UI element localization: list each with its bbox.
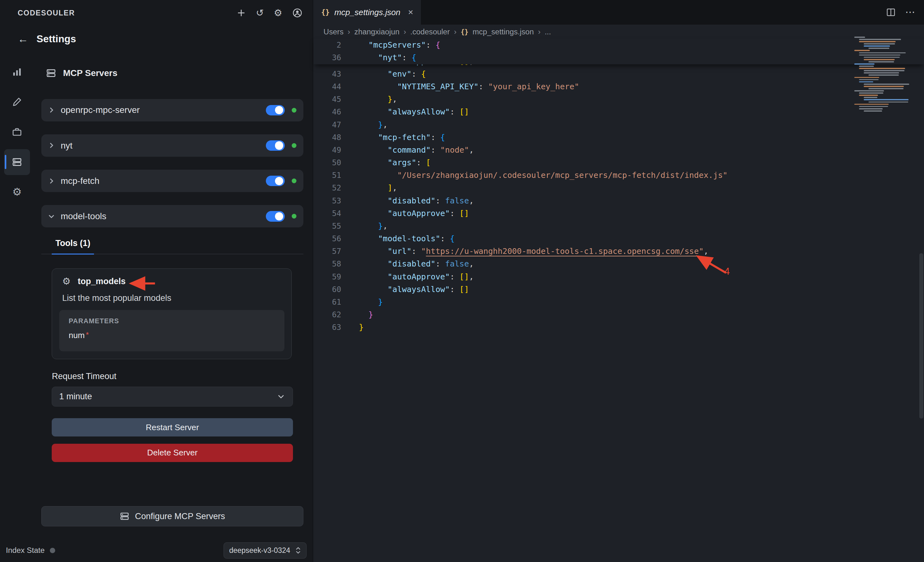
server-row-mcp-fetch[interactable]: mcp-fetch (41, 170, 304, 192)
server-row-model-tools[interactable]: model-tools (41, 205, 304, 227)
code-line[interactable]: 58 "disabled": false, (314, 258, 924, 270)
rail-item-rules[interactable] (4, 89, 30, 115)
json-file-icon: {} (461, 28, 469, 36)
sidebar: CODESOULER ↺ ⚙ ← Settings (0, 0, 313, 562)
breadcrumb-item[interactable]: ... (544, 27, 551, 36)
server-row-nyt[interactable]: nyt (41, 134, 304, 157)
code-text: "url": "https://u-wanghh2000-model-tools… (359, 245, 708, 258)
code-line[interactable]: 59 "autoApprove": [], (314, 271, 924, 283)
tools-tab-bar: Tools (1) (41, 238, 304, 254)
code-line[interactable]: 55 }, (314, 220, 924, 232)
line-number: 63 (314, 321, 341, 334)
breadcrumb: Users›zhangxiaojun›.codesouler›{}mcp_set… (314, 25, 924, 39)
line-number: 50 (314, 156, 341, 169)
server-row-openrpc[interactable]: openrpc-mpc-server (41, 99, 304, 121)
server-name: openrpc-mpc-server (60, 105, 140, 115)
minimap-line (859, 108, 883, 109)
code-line[interactable]: 48 "mcp-fetch": { (314, 131, 924, 144)
tab-mcp-settings[interactable]: {} mcp_settings.json × (314, 0, 421, 25)
minimap-line (854, 50, 870, 51)
code-line[interactable]: 43 "env": { (314, 68, 924, 81)
minimap-line (864, 86, 904, 87)
code-line[interactable]: 62 } (314, 309, 924, 321)
history-icon[interactable]: ↺ (256, 8, 264, 18)
code-line[interactable]: 53 "disabled": false, (314, 195, 924, 207)
back-arrow-icon[interactable]: ← (18, 33, 28, 45)
code-text: ], (359, 182, 397, 194)
model-name: deepseek-v3-0324 (229, 546, 290, 555)
close-icon[interactable]: × (408, 7, 413, 17)
chevron-right-icon[interactable] (47, 141, 56, 150)
line-number: 45 (314, 93, 341, 106)
breadcrumb-item[interactable]: mcp_settings.json (473, 27, 534, 36)
configure-mcp-servers-button[interactable]: Configure MCP Servers (41, 506, 304, 526)
gear-icon[interactable]: ⚙ (274, 8, 282, 18)
rail-item-workspace[interactable] (4, 119, 30, 145)
server-toggle[interactable] (266, 105, 285, 116)
code-text: "mcpServers": { (359, 39, 440, 51)
more-actions-icon[interactable]: ⋯ (905, 7, 915, 17)
model-selector[interactable]: deepseek-v3-0324 (224, 543, 306, 559)
code-line[interactable]: 36 "nyt": { (314, 51, 924, 64)
chevron-right-icon[interactable] (47, 106, 56, 114)
chevron-right-icon[interactable] (47, 177, 56, 186)
minimap-line (854, 90, 884, 91)
code-line[interactable]: 52 ], (314, 182, 924, 194)
code-line[interactable]: 47 }, (314, 118, 924, 131)
rail-item-mcp-servers[interactable] (4, 149, 30, 175)
tool-card-header: ⚙ top_models (59, 276, 285, 286)
code-line[interactable]: 63} (314, 321, 924, 334)
brand-title: CODESOULER (18, 9, 75, 17)
rail-item-usage[interactable] (4, 59, 30, 85)
server-name: mcp-fetch (60, 176, 99, 186)
server-toggle[interactable] (266, 140, 285, 151)
code-line[interactable]: 54 "autoApprove": [] (314, 207, 924, 220)
code-text: "autoApprove": [] (359, 207, 469, 220)
server-toggle[interactable] (266, 176, 285, 186)
code-line[interactable]: 2 "mcpServers": { (314, 39, 924, 51)
minimap-line (864, 70, 904, 71)
delete-server-button[interactable]: Delete Server (52, 444, 292, 462)
line-number: 52 (314, 182, 341, 194)
code-line[interactable]: 56 "model-tools": { (314, 232, 924, 245)
rail-item-settings[interactable]: ⚙ (4, 179, 30, 205)
code-line[interactable]: 60 "alwaysAllow": [] (314, 283, 924, 296)
code-text: "alwaysAllow": [] (359, 283, 469, 296)
line-number: 36 (314, 51, 341, 64)
restart-server-button[interactable]: Restart Server (52, 418, 292, 436)
new-chat-icon[interactable] (237, 8, 246, 18)
code-text: } (359, 309, 374, 321)
server-toggle[interactable] (266, 211, 285, 222)
code-line[interactable]: 45 }, (314, 93, 924, 106)
code-text: "nyt": { (359, 51, 416, 64)
code-line[interactable]: 49 "command": "node", (314, 144, 924, 156)
code-text: "autoApprove": [], (359, 64, 474, 68)
settings-header: ← Settings (18, 33, 76, 45)
breadcrumb-item[interactable]: .codesouler (410, 27, 450, 36)
timeout-select[interactable]: 1 minute (52, 387, 292, 407)
account-icon[interactable] (292, 8, 302, 18)
breadcrumb-item[interactable]: zhangxiaojun (354, 27, 399, 36)
code-line[interactable]: 46 "alwaysAllow": [] (314, 106, 924, 118)
code-line[interactable]: "autoApprove": [], (314, 64, 924, 68)
code-line[interactable]: 50 "args": [ (314, 156, 924, 169)
code-line[interactable]: 61 } (314, 296, 924, 309)
split-editor-icon[interactable] (886, 7, 896, 17)
editor-scrollbar[interactable] (919, 253, 923, 418)
server-status-dot (292, 214, 296, 219)
tab-tools[interactable]: Tools (1) (52, 238, 94, 255)
minimap[interactable] (852, 37, 917, 112)
sidebar-header-actions: ↺ ⚙ (237, 8, 302, 18)
chevron-down-icon[interactable] (47, 212, 56, 221)
code-line[interactable]: 44 "NYTIMES_API_KEY": "your_api_key_here… (314, 81, 924, 93)
tool-gear-icon: ⚙ (62, 277, 70, 286)
code-line[interactable]: 51 "/Users/zhangxiaojun/.codesouler/mcp_… (314, 169, 924, 182)
server-status-dot (292, 143, 296, 148)
code-line[interactable]: 57 "url": "https://u-wanghh2000-model-to… (314, 245, 924, 258)
request-timeout-label: Request Timeout (52, 371, 303, 381)
server-status-dot (292, 108, 296, 112)
line-number: 47 (314, 118, 341, 131)
chevron-down-icon (277, 392, 285, 401)
minimap-line (859, 94, 878, 96)
breadcrumb-item[interactable]: Users (324, 27, 344, 36)
